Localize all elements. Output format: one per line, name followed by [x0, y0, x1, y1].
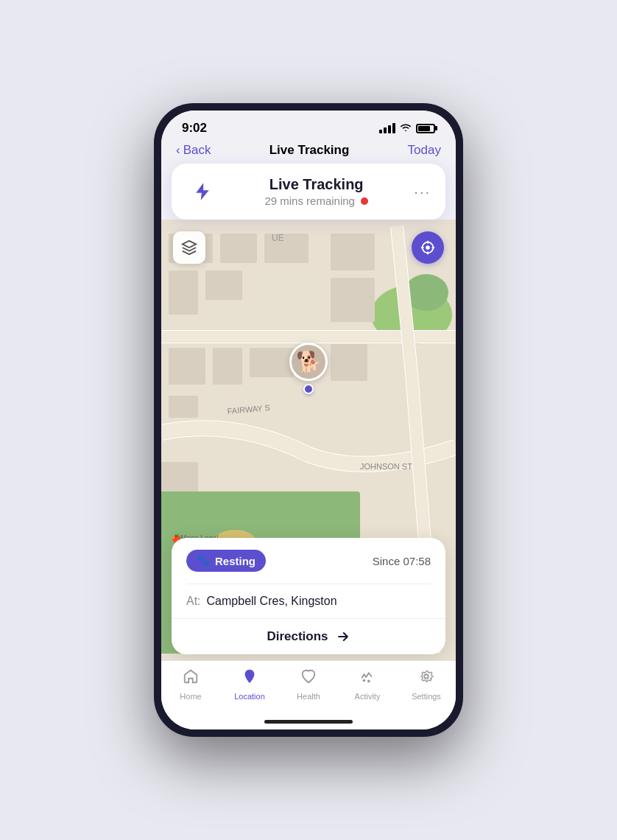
lightning-icon	[186, 175, 219, 208]
svg-rect-20	[331, 344, 367, 381]
live-tracking-subtitle: 29 mins remaining	[228, 195, 405, 207]
at-label: At:	[186, 595, 201, 608]
settings-icon	[418, 668, 434, 689]
directions-button[interactable]: Directions	[172, 618, 445, 654]
svg-point-32	[367, 680, 370, 683]
live-tracking-title: Live Tracking	[228, 176, 405, 193]
svg-rect-14	[169, 348, 205, 385]
map-area[interactable]: FAIRWAY S JOHNSON ST	[161, 220, 456, 660]
nav-bar: ‹ Back Live Tracking Today	[161, 140, 456, 164]
resting-label: Resting	[215, 555, 255, 567]
health-label: Health	[297, 692, 320, 701]
svg-point-33	[424, 674, 429, 679]
info-card-header: 🐾 Resting Since 07:58	[172, 538, 445, 584]
status-bar: 9:02	[161, 111, 456, 140]
directions-label: Directions	[267, 629, 328, 644]
svg-rect-21	[169, 396, 198, 418]
svg-rect-16	[250, 348, 294, 377]
activity-label: Activity	[355, 692, 381, 701]
pet-avatar: 🐕	[289, 343, 328, 381]
svg-rect-12	[169, 270, 198, 315]
svg-point-31	[363, 679, 366, 682]
signal-icon	[379, 123, 395, 133]
pet-marker[interactable]: 🐕	[289, 343, 328, 394]
live-dot	[361, 197, 368, 205]
paw-icon: 🐾	[197, 554, 211, 567]
activity-icon	[359, 668, 376, 689]
resting-badge: 🐾 Resting	[186, 550, 266, 572]
svg-rect-17	[161, 462, 198, 491]
directions-arrow-icon	[336, 629, 350, 644]
address-row: At: Campbell Cres, Kingston	[172, 584, 445, 618]
health-icon	[300, 668, 317, 689]
settings-label: Settings	[412, 692, 441, 701]
more-options-button[interactable]: ···	[414, 183, 431, 200]
info-card: 🐾 Resting Since 07:58 At: Campbell Cres,…	[172, 538, 445, 654]
pet-pin	[303, 384, 314, 394]
today-button[interactable]: Today	[408, 143, 441, 158]
tab-health[interactable]: Health	[286, 668, 331, 701]
tab-bar: Home Location Health	[161, 660, 456, 715]
home-bar	[264, 720, 353, 724]
svg-point-25	[426, 245, 430, 250]
phone-frame: 9:02	[154, 103, 463, 737]
map-background: FAIRWAY S JOHNSON ST	[161, 220, 456, 660]
tab-settings[interactable]: Settings	[404, 668, 448, 701]
status-time: 9:02	[182, 121, 207, 136]
nav-title: Live Tracking	[269, 143, 350, 158]
map-layers-button[interactable]	[173, 231, 205, 264]
locate-button[interactable]	[412, 231, 444, 264]
svg-rect-15	[213, 348, 242, 385]
remaining-text: 29 mins remaining	[264, 195, 355, 207]
wifi-icon	[400, 122, 412, 134]
battery-icon	[416, 124, 435, 133]
layers-icon	[181, 239, 197, 256]
tab-location[interactable]: Location	[228, 668, 272, 701]
svg-rect-18	[331, 234, 375, 270]
svg-rect-10	[220, 234, 257, 263]
svg-rect-19	[331, 278, 375, 322]
phone-screen: 9:02	[161, 111, 456, 729]
live-tracking-content: Live Tracking 29 mins remaining	[228, 176, 405, 207]
home-indicator	[161, 715, 456, 729]
target-icon	[420, 239, 436, 256]
home-label: Home	[180, 692, 201, 701]
back-button[interactable]: ‹ Back	[176, 143, 211, 158]
live-tracking-card: Live Tracking 29 mins remaining ···	[172, 164, 445, 220]
tab-home[interactable]: Home	[169, 668, 213, 701]
location-label: Location	[234, 692, 265, 701]
address-text: Campbell Cres, Kingston	[207, 595, 337, 608]
svg-rect-11	[264, 234, 308, 263]
back-label: Back	[183, 143, 211, 158]
tab-activity[interactable]: Activity	[345, 668, 389, 701]
location-icon	[241, 668, 258, 689]
svg-text:UE: UE	[272, 233, 284, 243]
home-icon	[183, 668, 199, 689]
svg-text:JOHNSON ST: JOHNSON ST	[360, 462, 412, 471]
since-time: Since 07:58	[373, 555, 431, 567]
status-icons	[379, 122, 435, 134]
svg-rect-13	[205, 270, 242, 300]
chevron-left-icon: ‹	[176, 143, 180, 158]
